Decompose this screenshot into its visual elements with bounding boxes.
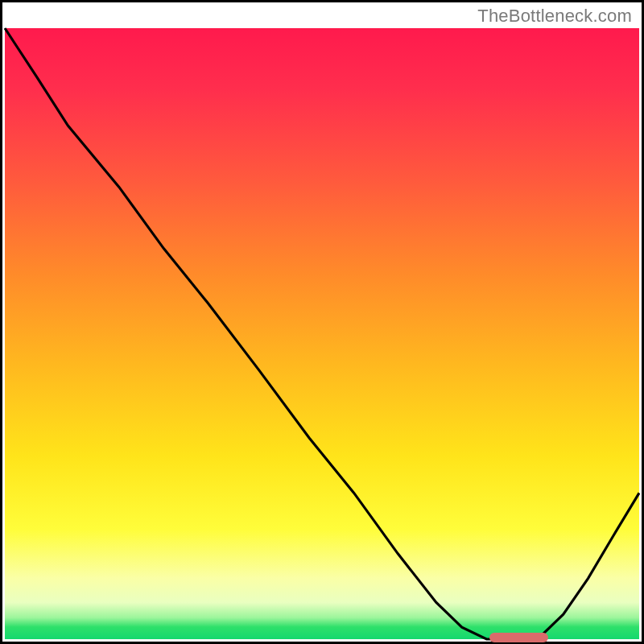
optimal-range-marker xyxy=(489,633,548,642)
bottleneck-curve xyxy=(5,28,639,639)
chart-frame: TheBottleneck.com xyxy=(0,0,644,644)
plot-area xyxy=(5,28,639,639)
watermark-text: TheBottleneck.com xyxy=(477,6,632,27)
curve-path xyxy=(5,28,639,639)
